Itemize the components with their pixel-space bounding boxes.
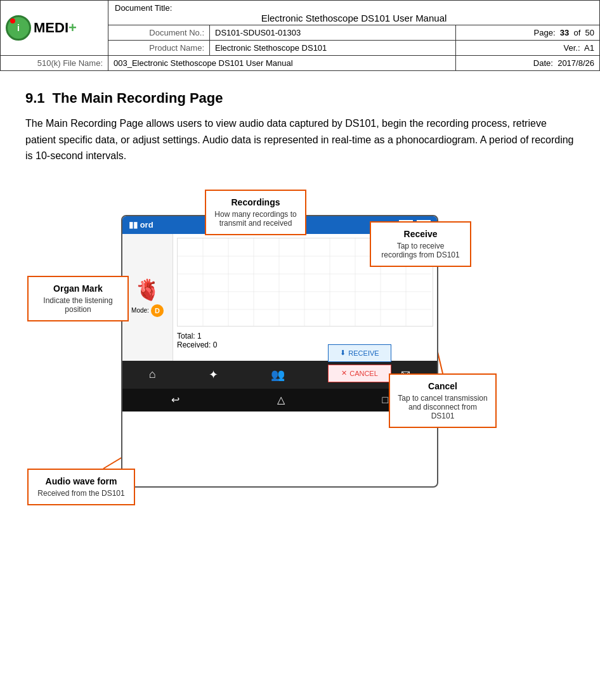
square-sys-icon[interactable]: □ bbox=[382, 394, 388, 406]
section-title: The Main Recording Page bbox=[53, 90, 223, 107]
home-nav-icon[interactable]: ⌂ bbox=[149, 368, 156, 381]
document-main-title: Electronic Stethoscope DS101 User Manual bbox=[108, 13, 599, 23]
home-sys-icon[interactable]: △ bbox=[277, 394, 285, 406]
logo-icon: i bbox=[6, 15, 31, 41]
callout-recordings: Recordings How many recordings to transm… bbox=[205, 190, 306, 235]
callout-cancel-body: Tap to cancel transmission and disconnec… bbox=[398, 394, 488, 420]
product-name-label: Product Name: bbox=[108, 41, 210, 56]
page-current: 33 bbox=[560, 28, 569, 37]
page-info: Page: 33 of 50 bbox=[455, 25, 599, 41]
callout-cancel-title: Cancel bbox=[398, 381, 488, 391]
callout-cancel: Cancel Tap to cancel transmission and di… bbox=[389, 373, 497, 428]
callout-organ-title: Organ Mark bbox=[36, 283, 120, 294]
callout-audio-title: Audio wave form bbox=[36, 476, 126, 486]
totals-info: Total: 1 Received: 0 bbox=[177, 332, 433, 349]
callout-audio-body: Received from the DS101 bbox=[36, 489, 126, 498]
header-table: i MEDI+ Document Title: Electronic Steth… bbox=[0, 0, 600, 71]
bluetooth-nav-icon[interactable]: ✦ bbox=[209, 368, 218, 382]
callout-recordings-title: Recordings bbox=[214, 197, 297, 207]
main-content: 9.1 The Main Recording Page The Main Rec… bbox=[0, 71, 600, 545]
callout-receive-title: Receive bbox=[379, 229, 462, 239]
organ-area: 🫀 Mode: D bbox=[122, 234, 173, 361]
section-number: 9.1 bbox=[25, 90, 45, 107]
file-name-value: 003_Electronic Stethoscope DS101 User Ma… bbox=[108, 56, 456, 71]
date-info: Date: 2017/8/26 bbox=[455, 56, 599, 71]
document-title-label: Document Title: Electronic Stethoscope D… bbox=[108, 1, 600, 25]
organ-icon: 🫀 bbox=[135, 278, 160, 302]
mode-row: Mode: D bbox=[131, 304, 164, 317]
mode-circle: D bbox=[151, 304, 164, 317]
page-total: 50 bbox=[585, 28, 594, 37]
received-label: Received: 0 bbox=[177, 340, 433, 349]
total-label: Total: 1 bbox=[177, 332, 433, 340]
callout-audio-waveform: Audio wave form Received from the DS101 bbox=[27, 469, 135, 505]
diagram-container: ▮▮ ord 1 0 🫀 Mode: D bbox=[27, 177, 573, 532]
callout-receive: Receive Tap to receive recordings from D… bbox=[370, 221, 471, 267]
logo: i MEDI+ bbox=[6, 15, 103, 41]
logo-dot bbox=[10, 18, 15, 23]
callout-organ-mark: Organ Mark Indicate the listening positi… bbox=[27, 276, 129, 321]
doc-no-value: DS101-SDUS01-01303 bbox=[210, 25, 456, 41]
callout-receive-body: Tap to receive recordings from DS101 bbox=[379, 242, 462, 259]
people-nav-icon[interactable]: 👥 bbox=[271, 368, 285, 382]
cancel-button[interactable]: ✕ CANCEL bbox=[328, 365, 391, 382]
ver-info: Ver.: A1 bbox=[455, 41, 599, 56]
section-body: The Main Recording Page allows users to … bbox=[25, 115, 575, 164]
cross-icon: ✕ bbox=[341, 369, 347, 377]
logo-cell: i MEDI+ bbox=[1, 1, 108, 56]
date-value: 2017/8/26 bbox=[558, 58, 594, 68]
ver-value: A1 bbox=[584, 43, 594, 53]
callout-recordings-body: How many recordings to transmit and rece… bbox=[214, 210, 297, 228]
file-name-label: 510(k) File Name: bbox=[1, 56, 108, 71]
logo-text: MEDI+ bbox=[34, 20, 77, 36]
doc-no-label: Document No.: bbox=[108, 25, 210, 41]
logo-plus: + bbox=[68, 20, 77, 36]
receive-button[interactable]: ⬇ RECEIVE bbox=[328, 344, 391, 362]
callout-organ-body: Indicate the listening position bbox=[36, 296, 120, 314]
record-button-area: ▮▮ ord bbox=[129, 220, 153, 230]
download-icon: ⬇ bbox=[340, 349, 346, 357]
back-sys-icon[interactable]: ↩ bbox=[171, 394, 179, 406]
product-name-value: Electronic Stethoscope DS101 bbox=[210, 41, 456, 56]
